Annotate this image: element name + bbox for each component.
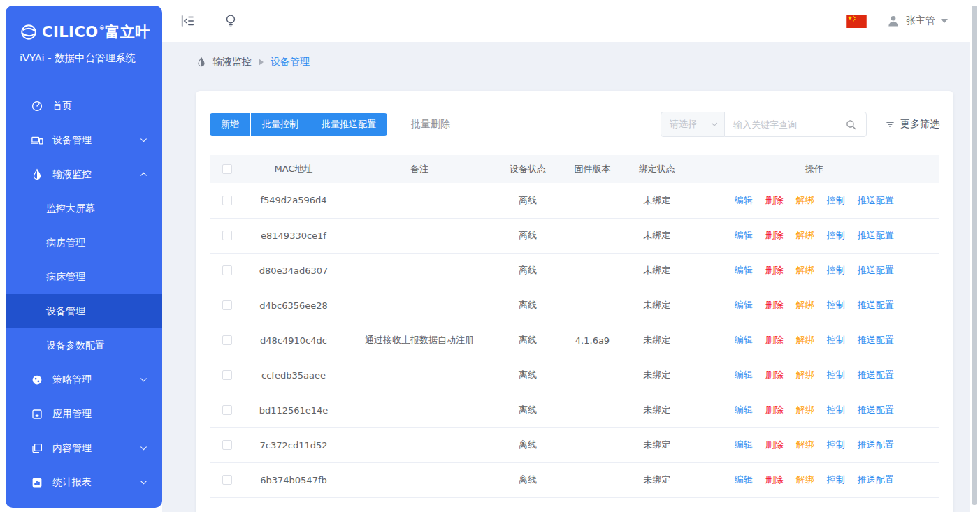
push-config-action[interactable]: 推送配置: [858, 195, 894, 205]
theme-light-button[interactable]: [221, 11, 240, 31]
delete-action[interactable]: 删除: [765, 439, 784, 450]
dashboard-icon: [31, 100, 43, 112]
edit-action[interactable]: 编辑: [735, 265, 753, 275]
delete-action[interactable]: 删除: [765, 300, 784, 310]
row-checkbox[interactable]: [222, 440, 232, 450]
language-flag-button[interactable]: [846, 15, 867, 28]
sidebar-item-7[interactable]: 设备参数配置: [6, 328, 162, 363]
collapse-sidebar-button[interactable]: [178, 11, 197, 31]
unbind-action[interactable]: 解绑: [796, 230, 814, 240]
edit-action[interactable]: 编辑: [735, 474, 753, 485]
chevron-up-icon: [139, 170, 148, 179]
control-action[interactable]: 控制: [827, 404, 845, 415]
sidebar-item-6[interactable]: 设备管理: [6, 294, 162, 328]
row-checkbox[interactable]: [222, 300, 232, 310]
push-config-action[interactable]: 推送配置: [858, 404, 894, 415]
push-config-action[interactable]: 推送配置: [858, 300, 894, 310]
breadcrumb-separator-icon: [259, 59, 264, 66]
more-filters-button[interactable]: 更多筛选: [885, 118, 939, 131]
select-all-checkbox[interactable]: [222, 164, 232, 174]
add-button[interactable]: 新增: [210, 113, 250, 136]
column-header-4: 固件版本: [559, 155, 626, 183]
sidebar-item-11[interactable]: 统计报表: [6, 465, 162, 499]
binding-cell: 未绑定: [626, 358, 689, 393]
unbind-action[interactable]: 解绑: [796, 195, 814, 205]
batch-control-button[interactable]: 批量控制: [251, 113, 310, 136]
control-action[interactable]: 控制: [827, 265, 845, 275]
batch-push-config-button[interactable]: 批量推送配置: [310, 113, 387, 136]
push-config-action[interactable]: 推送配置: [858, 335, 894, 345]
row-checkbox[interactable]: [222, 335, 232, 345]
control-action[interactable]: 控制: [827, 439, 845, 450]
control-action[interactable]: 控制: [827, 335, 845, 345]
push-config-action[interactable]: 推送配置: [858, 265, 894, 275]
row-checkbox[interactable]: [222, 405, 232, 415]
delete-action[interactable]: 删除: [765, 370, 784, 380]
unbind-action[interactable]: 解绑: [796, 300, 814, 310]
status-cell: 离线: [496, 358, 559, 393]
edit-action[interactable]: 编辑: [735, 195, 753, 205]
firmware-cell: 4.1.6a9: [559, 323, 626, 358]
row-checkbox[interactable]: [222, 370, 232, 380]
sidebar-item-label: 设备管理: [52, 134, 139, 147]
edit-action[interactable]: 编辑: [735, 439, 753, 450]
sidebar-item-4[interactable]: 病房管理: [6, 226, 162, 260]
batch-delete-button[interactable]: 批量删除: [411, 118, 450, 131]
unbind-action[interactable]: 解绑: [796, 474, 814, 485]
mac-cell: d48c4910c4dc: [245, 323, 343, 358]
unbind-action[interactable]: 解绑: [796, 404, 814, 415]
sidebar-item-0[interactable]: 首页: [6, 89, 162, 123]
search-button[interactable]: [835, 112, 867, 137]
row-checkbox[interactable]: [222, 265, 232, 275]
delete-action[interactable]: 删除: [765, 474, 784, 485]
edit-action[interactable]: 编辑: [735, 335, 753, 345]
unbind-action[interactable]: 解绑: [796, 335, 814, 345]
page-scrollbar[interactable]: [972, 6, 977, 505]
breadcrumb-current[interactable]: 设备管理: [271, 56, 310, 68]
delete-action[interactable]: 删除: [765, 195, 784, 205]
edit-action[interactable]: 编辑: [735, 300, 753, 310]
control-action[interactable]: 控制: [827, 474, 845, 485]
delete-action[interactable]: 删除: [765, 335, 784, 345]
unbind-action[interactable]: 解绑: [796, 439, 814, 450]
push-config-action[interactable]: 推送配置: [858, 474, 894, 485]
user-menu[interactable]: 张主管: [886, 14, 948, 28]
edit-action[interactable]: 编辑: [735, 370, 753, 380]
edit-action[interactable]: 编辑: [735, 230, 753, 240]
chevron-down-icon: [139, 478, 148, 487]
actions-cell: 编辑删除解绑控制推送配置: [689, 323, 939, 358]
unbind-action[interactable]: 解绑: [796, 370, 814, 380]
sidebar-item-9[interactable]: 应用管理: [6, 397, 162, 431]
sidebar-item-10[interactable]: 内容管理: [6, 431, 162, 465]
delete-action[interactable]: 删除: [765, 230, 784, 240]
filter-field-select[interactable]: 请选择: [661, 112, 725, 137]
push-config-action[interactable]: 推送配置: [858, 370, 894, 380]
push-config-action[interactable]: 推送配置: [858, 439, 894, 450]
sidebar-item-1[interactable]: 设备管理: [6, 123, 162, 157]
sidebar-item-8[interactable]: 策略管理: [6, 363, 162, 397]
sidebar-item-3[interactable]: 监控大屏幕: [6, 191, 162, 226]
keyword-search-input[interactable]: [725, 112, 835, 137]
checkbox-header: [210, 155, 245, 183]
row-checkbox[interactable]: [222, 231, 232, 240]
chevron-down-icon: [710, 120, 719, 129]
sidebar-item-2[interactable]: 输液监控: [6, 157, 162, 191]
delete-action[interactable]: 删除: [765, 265, 784, 275]
delete-action[interactable]: 删除: [765, 404, 784, 415]
control-action[interactable]: 控制: [827, 370, 845, 380]
control-action[interactable]: 控制: [827, 195, 845, 205]
binding-cell: 未绑定: [626, 323, 689, 358]
control-action[interactable]: 控制: [827, 300, 845, 310]
sidebar-item-label: 监控大屏幕: [46, 203, 148, 215]
sidebar-item-label: 病床管理: [46, 271, 148, 284]
control-action[interactable]: 控制: [827, 230, 845, 240]
firmware-cell: [559, 358, 626, 393]
row-checkbox[interactable]: [222, 475, 232, 485]
row-checkbox[interactable]: [222, 196, 232, 205]
chevron-down-icon: [139, 136, 148, 145]
unbind-action[interactable]: 解绑: [796, 265, 814, 275]
edit-action[interactable]: 编辑: [735, 404, 753, 415]
device-table: MAC地址备注设备状态固件版本绑定状态操作 f549d2a596d4离线未绑定编…: [210, 155, 939, 498]
sidebar-item-5[interactable]: 病床管理: [6, 260, 162, 294]
push-config-action[interactable]: 推送配置: [858, 230, 894, 240]
